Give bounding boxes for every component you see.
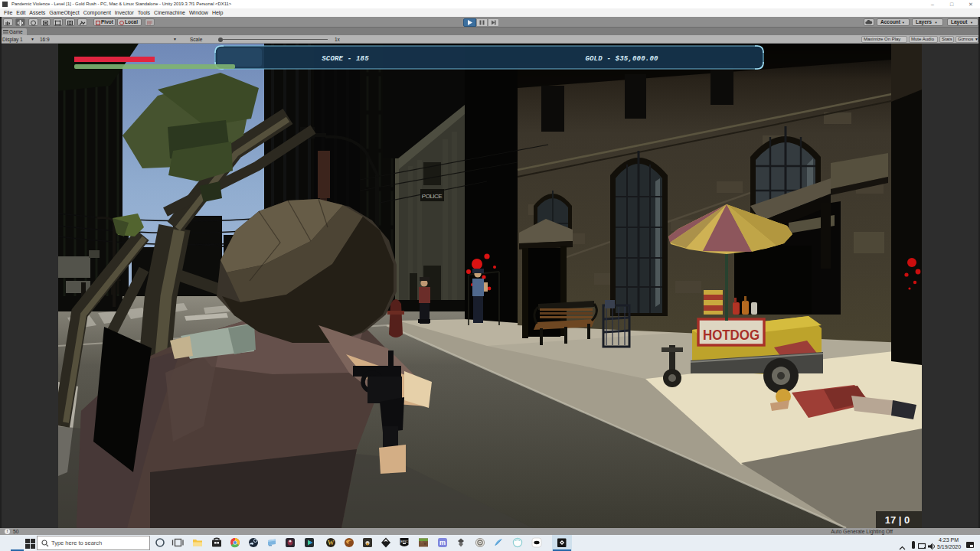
svg-text:HOTDOG: HOTDOG xyxy=(703,327,760,343)
svg-text:EPIC: EPIC xyxy=(400,540,407,543)
svg-text:GOLD - $35,000.00: GOLD - $35,000.00 xyxy=(585,55,658,63)
svg-text:m: m xyxy=(439,539,446,546)
svg-text:W: W xyxy=(328,539,335,546)
svg-text:17 | 0: 17 | 0 xyxy=(885,514,910,526)
svg-text:SCORE - 185: SCORE - 185 xyxy=(322,55,369,63)
